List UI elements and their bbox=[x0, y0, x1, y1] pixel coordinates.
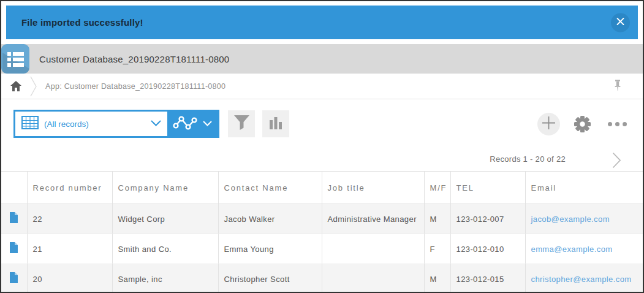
settings-button[interactable] bbox=[574, 115, 591, 135]
breadcrumb: App: Customer Database_20190228T181111-0… bbox=[1, 74, 643, 99]
banner-message: File imported successfully! bbox=[21, 17, 143, 28]
close-icon bbox=[616, 17, 624, 28]
header-icon-spacer bbox=[1, 172, 27, 204]
cell-mf: M bbox=[424, 264, 450, 293]
chevron-down-icon bbox=[203, 118, 212, 129]
open-record-button[interactable] bbox=[1, 234, 27, 264]
column-header-record-number: Record number bbox=[27, 172, 112, 204]
cell-record-number: 20 bbox=[27, 264, 112, 293]
more-options-button[interactable] bbox=[608, 122, 627, 126]
cell-contact-name: Jacob Walker bbox=[218, 204, 322, 234]
table-grid-icon bbox=[21, 116, 39, 132]
records-count-label: Records 1 - 20 of 22 bbox=[490, 154, 566, 164]
cell-record-number: 22 bbox=[27, 204, 112, 234]
cell-contact-name: Emma Young bbox=[218, 234, 322, 264]
records-table: Record number Company Name Contact Name … bbox=[1, 171, 643, 293]
chevron-down-icon bbox=[151, 118, 161, 129]
column-header-tel: TEL bbox=[450, 172, 525, 204]
add-record-button[interactable] bbox=[537, 113, 560, 135]
table-row[interactable]: 22 Widget Corp Jacob Walker Administrati… bbox=[1, 204, 643, 234]
table-row[interactable]: 21 Smith and Co. Emma Young F 123-012-01… bbox=[1, 234, 643, 264]
view-selector-value: (All records) bbox=[44, 120, 151, 129]
cell-company-name: Widget Corp bbox=[112, 204, 218, 234]
cell-job-title bbox=[322, 234, 424, 264]
app-window: File imported successfully! Customer Dat… bbox=[0, 0, 644, 293]
ellipsis-icon bbox=[615, 122, 619, 126]
cell-record-number: 21 bbox=[27, 234, 112, 264]
breadcrumb-app-label: App: Customer Database_20190228T181111-0… bbox=[45, 82, 225, 91]
view-selector-dropdown[interactable]: (All records) bbox=[15, 112, 167, 136]
email-link[interactable]: christopher@example.com bbox=[531, 275, 632, 284]
ellipsis-icon bbox=[608, 122, 612, 126]
table-row[interactable]: 20 Sample, inc Christopher Scott M 123-0… bbox=[1, 264, 643, 293]
cell-mf: M bbox=[424, 204, 450, 234]
next-page-button[interactable] bbox=[612, 152, 621, 171]
cell-company-name: Sample, inc bbox=[112, 264, 218, 293]
funnel-icon bbox=[233, 115, 250, 133]
cell-contact-name: Christopher Scott bbox=[218, 264, 322, 293]
column-header-contact-name: Contact Name bbox=[218, 172, 322, 204]
open-record-button[interactable] bbox=[1, 264, 27, 293]
pin-icon[interactable] bbox=[613, 79, 623, 94]
column-header-email: Email bbox=[525, 172, 643, 204]
chart-button[interactable] bbox=[262, 110, 289, 137]
cell-tel: 123-012-007 bbox=[450, 204, 525, 234]
banner-close-button[interactable] bbox=[611, 13, 630, 32]
column-header-mf: M/F bbox=[424, 172, 450, 204]
cell-company-name: Smith and Co. bbox=[112, 234, 218, 264]
table-header-row: Record number Company Name Contact Name … bbox=[1, 172, 643, 204]
gear-icon bbox=[574, 124, 591, 135]
cell-job-title bbox=[322, 264, 424, 293]
cell-email: christopher@example.com bbox=[525, 264, 643, 293]
cell-email: emma@example.com bbox=[525, 234, 643, 264]
cell-job-title: Administrative Manager bbox=[322, 204, 424, 234]
cell-mf: F bbox=[424, 234, 450, 264]
plus-icon bbox=[542, 116, 556, 132]
open-record-button[interactable] bbox=[1, 204, 27, 234]
cell-tel: 123-012-015 bbox=[450, 264, 525, 293]
success-banner: File imported successfully! bbox=[6, 6, 638, 39]
email-link[interactable]: emma@example.com bbox=[531, 245, 613, 254]
bar-chart-icon bbox=[269, 116, 282, 132]
home-icon[interactable] bbox=[10, 81, 21, 91]
app-header: Customer Database_20190228T181111-0800 bbox=[1, 44, 643, 74]
line-graph-icon bbox=[173, 115, 197, 133]
email-link[interactable]: jacob@example.com bbox=[531, 215, 610, 224]
graph-view-button[interactable] bbox=[167, 112, 218, 136]
app-icon bbox=[1, 44, 29, 74]
column-header-job-title: Job title bbox=[322, 172, 424, 204]
ellipsis-icon bbox=[623, 122, 627, 126]
filter-button[interactable] bbox=[228, 110, 255, 137]
column-header-company-name: Company Name bbox=[112, 172, 218, 204]
app-title: Customer Database_20190228T181111-0800 bbox=[39, 54, 229, 64]
view-selector-widget: (All records) bbox=[13, 110, 219, 138]
cell-tel: 123-012-010 bbox=[450, 234, 525, 264]
cell-email: jacob@example.com bbox=[525, 204, 643, 234]
breadcrumb-chevron-icon bbox=[30, 76, 37, 97]
